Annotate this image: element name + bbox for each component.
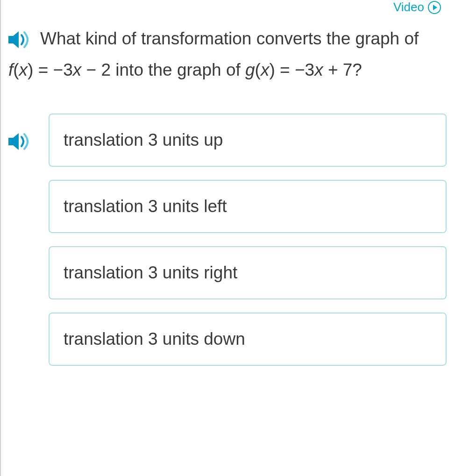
question-prefix: What kind of transformation converts the… <box>40 29 419 48</box>
gx-paren: ( <box>255 60 261 79</box>
gx-eq: = −3 <box>275 60 314 79</box>
fx-close: ) <box>28 60 33 79</box>
options-list: translation 3 units up translation 3 uni… <box>49 114 455 366</box>
gx-close: ) <box>269 60 275 79</box>
fx-rest: − 2 into the graph of <box>81 60 245 79</box>
gx-x: x <box>261 60 270 79</box>
fx-eq: = −3 <box>33 60 72 79</box>
gx-x2: x <box>314 60 323 79</box>
question-text: What kind of transformation converts the… <box>8 23 447 85</box>
speaker-icon[interactable] <box>8 132 35 153</box>
gx-g: g <box>245 60 255 79</box>
gx-rest: + 7? <box>323 60 362 79</box>
options-container: translation 3 units up translation 3 uni… <box>0 114 455 366</box>
question-container: What kind of transformation converts the… <box>0 0 455 85</box>
fx-paren: ( <box>13 60 19 79</box>
play-icon[interactable] <box>428 1 441 14</box>
fx-f: f <box>8 60 13 79</box>
option-button-1[interactable]: translation 3 units up <box>49 114 447 167</box>
option-button-3[interactable]: translation 3 units right <box>49 246 447 299</box>
fx-x2: x <box>73 60 82 79</box>
fx-x: x <box>19 60 28 79</box>
top-bar: Video <box>393 0 441 14</box>
option-button-4[interactable]: translation 3 units down <box>49 313 447 366</box>
speaker-icon[interactable] <box>8 30 35 49</box>
left-border <box>0 0 1 476</box>
option-button-2[interactable]: translation 3 units left <box>49 180 447 233</box>
video-link[interactable]: Video <box>393 0 424 14</box>
